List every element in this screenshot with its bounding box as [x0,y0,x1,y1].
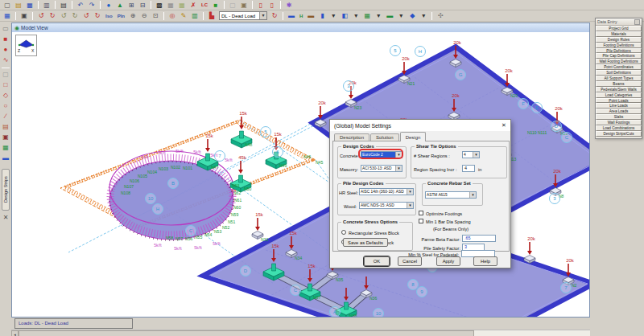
dialog-titlebar[interactable]: (Global) Model Settings ✕ [330,120,510,131]
spreadsheet-tool-icon[interactable]: ▬ [1,154,10,163]
data-entry-item-load-categories[interactable]: Load Categories [596,92,642,98]
plan-view-button[interactable]: Pln [116,13,126,19]
spin-cw-icon[interactable]: ↻ [93,11,102,20]
iso-view-button[interactable]: Iso [104,13,114,19]
copy-view-icon[interactable]: ▥ [190,11,200,20]
edit-view-icon[interactable]: ✎ [179,11,188,20]
load-combination-icon[interactable]: LC [200,2,209,8]
data-entry-item-point-coordinates[interactable]: Point Coordinates [596,64,642,70]
data-entry-titlebar[interactable]: Data Entry [596,18,642,26]
data-entry-item-pile-definitions[interactable]: Pile Definitions [596,48,642,54]
zoom-window-icon[interactable]: ⊡ [151,11,160,20]
min-bar-spacing-checkbox[interactable] [419,219,423,223]
data-entry-item-area-loads[interactable]: Area Loads [596,109,642,114]
tile-windows-icon[interactable]: ⊞ [126,1,136,10]
masonry-code-select[interactable]: ACI 530-13: ASD▾ [361,165,402,172]
soil-region-icon[interactable]: ▬ [287,11,296,20]
refresh-loads-icon[interactable]: ↻ [270,11,279,20]
mesh-display-icon[interactable]: ▦ [362,11,372,20]
spin-ccw-icon[interactable]: ↺ [81,11,91,20]
rectangular-stress-radio[interactable] [341,230,346,235]
data-entry-item-materials[interactable]: Materials [596,31,642,37]
draw-circular-slab-icon[interactable]: ○ [1,101,10,111]
redo-icon[interactable]: ↷ [87,1,97,10]
new-file-icon[interactable]: ▢ [2,1,12,10]
modify-tool-icon[interactable]: ▣ [1,133,10,142]
scroll-left-arrow-icon[interactable]: ◂ [11,330,19,336]
data-entry-item-point-loads[interactable]: Point Loads [596,98,642,104]
data-entry-item-footing-definitions[interactable]: Footing Definitions [596,43,642,48]
design-strips-button[interactable]: Design Strips [2,169,10,211]
draw-line-load-icon[interactable]: ∕ [1,112,10,121]
open-file-icon[interactable]: ▤ [14,1,23,10]
cascade-windows-icon[interactable]: ⊟ [138,1,147,10]
region-spacing-input[interactable]: 4 [462,165,475,172]
scrollbar-thumb[interactable] [19,330,474,336]
spreadsheet-icon[interactable]: ▦ [166,1,175,10]
data-entry-item-design-strips-cuts[interactable]: Design Strips/Cuts [596,131,642,137]
render-target-icon[interactable]: ◎ [167,11,177,20]
draw-slab-icon[interactable]: □ [1,80,10,90]
save-defaults-button[interactable]: Save as Defaults [343,238,388,247]
draw-beam-icon[interactable]: ∿ [1,55,10,65]
rotate-right-icon[interactable]: ↻ [47,11,57,20]
horizontal-scrollbar[interactable]: ◂ [11,330,590,336]
chevron-down-icon[interactable]: ▾ [351,11,361,20]
snapshot-icon[interactable]: ▣ [19,11,29,20]
load-case-select[interactable]: DL - Dead Load▾ [219,11,267,20]
export-icon[interactable]: ▣ [239,1,249,10]
mode-select-icon[interactable]: ▢ [1,70,10,80]
results-chart-icon[interactable]: ▲ [115,1,125,10]
slab-display-icon[interactable]: ▬ [385,11,394,20]
close-icon[interactable]: ✕ [497,122,510,129]
panel-pin-icon[interactable] [634,19,640,25]
data-entry-item-wall-footings[interactable]: Wall Footings [596,120,642,125]
copy-disabled-icon[interactable]: ▢ [228,1,237,10]
solve-icon[interactable]: ■ [211,1,221,10]
mesh-tool-icon[interactable]: ▦ [1,143,10,153]
rebar-set-select[interactable]: ASTM A615▾ [425,191,477,199]
rotate-down-icon[interactable]: ↻ [70,11,80,20]
data-entry-item-load-combinations[interactable]: Load Combinations [596,125,642,131]
undo-icon[interactable]: ↶ [76,1,85,10]
select-box-icon[interactable]: ▭ [1,24,10,34]
rotate-up-icon[interactable]: ↺ [59,11,68,20]
chevron-down-icon[interactable]: ▾ [328,11,338,20]
apply-button[interactable]: Apply [436,256,460,266]
loads-display-icon[interactable]: ▙ [207,11,217,20]
misc-tools-icon[interactable]: ✣ [436,11,445,20]
ok-button[interactable]: OK [364,256,390,266]
model-view-toggle-icon[interactable]: ▩ [155,1,164,10]
options-icon[interactable]: ✱ [284,1,294,10]
data-entry-item-design-rules[interactable]: Design Rules [596,37,642,43]
chevron-down-icon[interactable]: ▾ [419,11,428,20]
pile-display-icon[interactable]: ▮ [317,11,327,20]
print-icon[interactable]: ▤ [59,1,68,10]
grid-icon[interactable]: ▦ [177,1,187,10]
cancel-button[interactable]: Cancel [398,256,422,266]
report-2-icon[interactable]: ▯ [267,1,277,10]
plate-display-icon[interactable]: ◧ [340,11,349,20]
chevron-down-icon[interactable]: ▾ [396,11,406,20]
optimize-footings-checkbox[interactable] [419,211,423,215]
clear-results-icon[interactable]: ✗ [188,1,198,10]
zoom-out-icon[interactable]: ⊖ [139,11,149,20]
delete-tool-icon[interactable]: ✕ [1,213,10,223]
beam-display-icon[interactable]: ▬ [306,11,316,20]
report-1-icon[interactable]: ▯ [256,1,266,10]
data-entry-item-project-grid[interactable]: Project Grid [596,26,642,31]
data-entry-item-wall-footing-definitions[interactable]: Wall Footing Definitions [596,59,642,64]
tab-design[interactable]: Design [400,132,427,141]
zoom-in-icon[interactable]: ⊕ [128,11,138,20]
data-entry-item-pedestals-stem-walls[interactable]: Pedestals/Stem Walls [596,87,642,92]
draw-footing-icon[interactable]: ■ [1,35,10,44]
data-entry-item-soil-definitions[interactable]: Soil Definitions [596,70,642,76]
rotate-left-icon[interactable]: ↺ [36,11,46,20]
data-entry-item-all-support-types[interactable]: All Support Types [596,76,642,81]
copy-icon[interactable]: ▥ [42,1,52,10]
parme-beta-input[interactable]: .65 [462,235,496,242]
globe-render-icon[interactable]: ● [104,1,114,10]
data-entry-item-slabs[interactable]: Slabs [596,114,642,120]
new-view-icon[interactable]: ▦ [2,11,12,20]
draw-polygon-slab-icon[interactable]: ◇ [1,91,10,100]
